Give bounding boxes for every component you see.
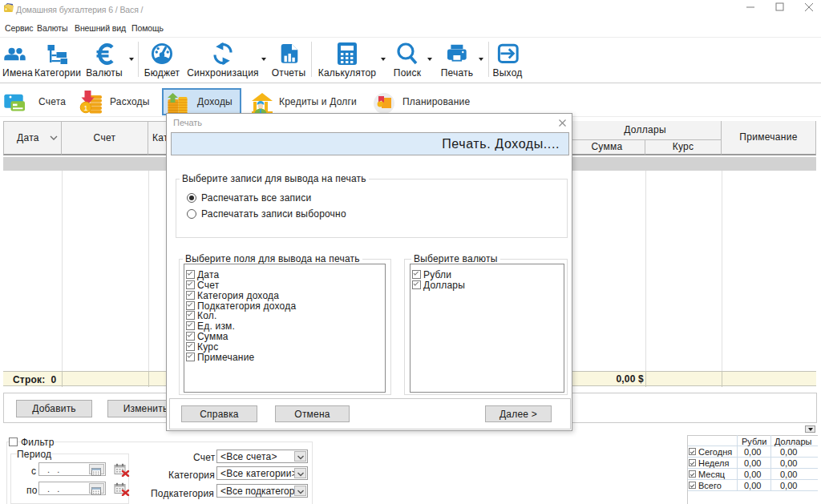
svg-text:1: 1 — [83, 104, 87, 112]
